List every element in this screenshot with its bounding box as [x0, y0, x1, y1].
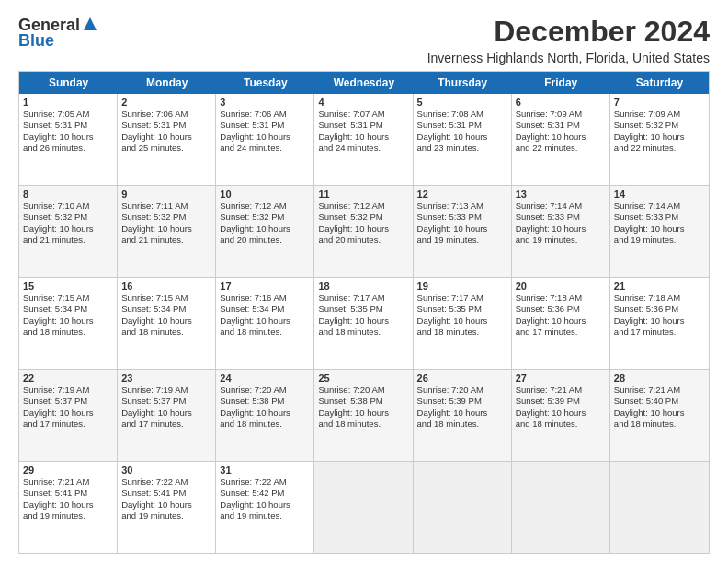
logo-triangle-icon — [83, 17, 97, 35]
day-num-30: 30 — [121, 465, 211, 476]
day-info-26: Sunrise: 7:20 AM Sunset: 5:39 PM Dayligh… — [417, 385, 507, 430]
day-info-12: Sunrise: 7:13 AM Sunset: 5:33 PM Dayligh… — [417, 201, 507, 246]
cal-cell-3-0: 22Sunrise: 7:19 AM Sunset: 5:37 PM Dayli… — [19, 370, 118, 461]
day-num-20: 20 — [516, 281, 606, 292]
day-num-19: 19 — [417, 281, 507, 292]
day-num-27: 27 — [516, 373, 606, 384]
day-info-2: Sunrise: 7:06 AM Sunset: 5:31 PM Dayligh… — [121, 109, 211, 154]
day-info-6: Sunrise: 7:09 AM Sunset: 5:31 PM Dayligh… — [516, 109, 606, 154]
day-info-20: Sunrise: 7:18 AM Sunset: 5:36 PM Dayligh… — [516, 293, 606, 338]
cal-cell-0-1: 2Sunrise: 7:06 AM Sunset: 5:31 PM Daylig… — [118, 94, 216, 185]
day-num-4: 4 — [318, 97, 408, 108]
header-monday: Monday — [118, 72, 216, 94]
day-num-12: 12 — [417, 189, 507, 200]
day-num-28: 28 — [614, 373, 705, 384]
day-info-13: Sunrise: 7:14 AM Sunset: 5:33 PM Dayligh… — [516, 201, 606, 246]
day-info-11: Sunrise: 7:12 AM Sunset: 5:32 PM Dayligh… — [318, 201, 408, 246]
cal-cell-1-0: 8Sunrise: 7:10 AM Sunset: 5:32 PM Daylig… — [19, 186, 118, 277]
header-saturday: Saturday — [610, 72, 709, 94]
cal-cell-2-4: 19Sunrise: 7:17 AM Sunset: 5:35 PM Dayli… — [414, 278, 512, 369]
cal-cell-2-6: 21Sunrise: 7:18 AM Sunset: 5:36 PM Dayli… — [610, 278, 709, 369]
day-num-25: 25 — [318, 373, 408, 384]
title-section: December 2024 Inverness Highlands North,… — [427, 15, 710, 65]
cal-cell-0-5: 6Sunrise: 7:09 AM Sunset: 5:31 PM Daylig… — [512, 94, 610, 185]
calendar-body: 1Sunrise: 7:05 AM Sunset: 5:31 PM Daylig… — [19, 94, 709, 553]
cal-cell-3-5: 27Sunrise: 7:21 AM Sunset: 5:39 PM Dayli… — [512, 370, 610, 461]
cal-cell-3-4: 26Sunrise: 7:20 AM Sunset: 5:39 PM Dayli… — [414, 370, 512, 461]
cal-cell-3-3: 25Sunrise: 7:20 AM Sunset: 5:38 PM Dayli… — [314, 370, 413, 461]
day-info-31: Sunrise: 7:22 AM Sunset: 5:42 PM Dayligh… — [220, 477, 310, 522]
day-num-3: 3 — [220, 97, 310, 108]
cal-cell-0-3: 4Sunrise: 7:07 AM Sunset: 5:31 PM Daylig… — [314, 94, 413, 185]
cal-cell-4-4 — [414, 462, 512, 553]
cal-cell-0-0: 1Sunrise: 7:05 AM Sunset: 5:31 PM Daylig… — [19, 94, 118, 185]
cal-row-3: 22Sunrise: 7:19 AM Sunset: 5:37 PM Dayli… — [19, 370, 709, 462]
day-num-21: 21 — [614, 281, 705, 292]
header-wednesday: Wednesday — [314, 72, 413, 94]
cal-cell-2-3: 18Sunrise: 7:17 AM Sunset: 5:35 PM Dayli… — [314, 278, 413, 369]
svg-marker-0 — [84, 17, 97, 30]
day-num-1: 1 — [23, 97, 113, 108]
day-num-24: 24 — [220, 373, 310, 384]
day-info-21: Sunrise: 7:18 AM Sunset: 5:36 PM Dayligh… — [614, 293, 705, 338]
cal-cell-1-5: 13Sunrise: 7:14 AM Sunset: 5:33 PM Dayli… — [512, 186, 610, 277]
cal-row-4: 29Sunrise: 7:21 AM Sunset: 5:41 PM Dayli… — [19, 462, 709, 553]
page: General Blue December 2024 Inverness Hig… — [0, 0, 728, 563]
day-num-16: 16 — [121, 281, 211, 292]
header: General Blue December 2024 Inverness Hig… — [18, 15, 710, 65]
cal-cell-3-2: 24Sunrise: 7:20 AM Sunset: 5:38 PM Dayli… — [216, 370, 314, 461]
day-info-7: Sunrise: 7:09 AM Sunset: 5:32 PM Dayligh… — [614, 109, 705, 154]
day-info-1: Sunrise: 7:05 AM Sunset: 5:31 PM Dayligh… — [23, 109, 113, 154]
cal-row-0: 1Sunrise: 7:05 AM Sunset: 5:31 PM Daylig… — [19, 94, 709, 186]
cal-cell-2-1: 16Sunrise: 7:15 AM Sunset: 5:34 PM Dayli… — [118, 278, 216, 369]
cal-cell-4-1: 30Sunrise: 7:22 AM Sunset: 5:41 PM Dayli… — [118, 462, 216, 553]
day-info-4: Sunrise: 7:07 AM Sunset: 5:31 PM Dayligh… — [318, 109, 408, 154]
day-num-5: 5 — [417, 97, 507, 108]
cal-cell-1-6: 14Sunrise: 7:14 AM Sunset: 5:33 PM Dayli… — [610, 186, 709, 277]
calendar-header: Sunday Monday Tuesday Wednesday Thursday… — [19, 72, 709, 94]
cal-cell-2-2: 17Sunrise: 7:16 AM Sunset: 5:34 PM Dayli… — [216, 278, 314, 369]
day-num-23: 23 — [121, 373, 211, 384]
day-num-7: 7 — [614, 97, 705, 108]
cal-cell-0-4: 5Sunrise: 7:08 AM Sunset: 5:31 PM Daylig… — [414, 94, 512, 185]
day-num-9: 9 — [121, 189, 211, 200]
header-friday: Friday — [512, 72, 610, 94]
cal-cell-4-0: 29Sunrise: 7:21 AM Sunset: 5:41 PM Dayli… — [19, 462, 118, 553]
day-info-25: Sunrise: 7:20 AM Sunset: 5:38 PM Dayligh… — [318, 385, 408, 430]
month-title: December 2024 — [427, 15, 710, 49]
day-num-10: 10 — [220, 189, 310, 200]
cal-cell-3-6: 28Sunrise: 7:21 AM Sunset: 5:40 PM Dayli… — [610, 370, 709, 461]
day-info-15: Sunrise: 7:15 AM Sunset: 5:34 PM Dayligh… — [23, 293, 113, 338]
day-info-9: Sunrise: 7:11 AM Sunset: 5:32 PM Dayligh… — [121, 201, 211, 246]
day-num-8: 8 — [23, 189, 113, 200]
day-num-22: 22 — [23, 373, 113, 384]
day-info-18: Sunrise: 7:17 AM Sunset: 5:35 PM Dayligh… — [318, 293, 408, 338]
cal-cell-2-0: 15Sunrise: 7:15 AM Sunset: 5:34 PM Dayli… — [19, 278, 118, 369]
day-info-10: Sunrise: 7:12 AM Sunset: 5:32 PM Dayligh… — [220, 201, 310, 246]
day-num-15: 15 — [23, 281, 113, 292]
day-info-24: Sunrise: 7:20 AM Sunset: 5:38 PM Dayligh… — [220, 385, 310, 430]
day-info-30: Sunrise: 7:22 AM Sunset: 5:41 PM Dayligh… — [121, 477, 211, 522]
cal-cell-1-1: 9Sunrise: 7:11 AM Sunset: 5:32 PM Daylig… — [118, 186, 216, 277]
day-info-22: Sunrise: 7:19 AM Sunset: 5:37 PM Dayligh… — [23, 385, 113, 430]
day-num-31: 31 — [220, 465, 310, 476]
cal-row-1: 8Sunrise: 7:10 AM Sunset: 5:32 PM Daylig… — [19, 186, 709, 278]
day-info-19: Sunrise: 7:17 AM Sunset: 5:35 PM Dayligh… — [417, 293, 507, 338]
cal-cell-2-5: 20Sunrise: 7:18 AM Sunset: 5:36 PM Dayli… — [512, 278, 610, 369]
day-info-27: Sunrise: 7:21 AM Sunset: 5:39 PM Dayligh… — [516, 385, 606, 430]
day-info-5: Sunrise: 7:08 AM Sunset: 5:31 PM Dayligh… — [417, 109, 507, 154]
cal-cell-4-6 — [610, 462, 709, 553]
header-tuesday: Tuesday — [216, 72, 314, 94]
logo-blue: Blue — [18, 31, 54, 51]
day-num-13: 13 — [516, 189, 606, 200]
day-info-16: Sunrise: 7:15 AM Sunset: 5:34 PM Dayligh… — [121, 293, 211, 338]
cal-cell-4-2: 31Sunrise: 7:22 AM Sunset: 5:42 PM Dayli… — [216, 462, 314, 553]
cal-cell-3-1: 23Sunrise: 7:19 AM Sunset: 5:37 PM Dayli… — [118, 370, 216, 461]
day-info-3: Sunrise: 7:06 AM Sunset: 5:31 PM Dayligh… — [220, 109, 310, 154]
day-num-18: 18 — [318, 281, 408, 292]
header-thursday: Thursday — [414, 72, 512, 94]
cal-row-2: 15Sunrise: 7:15 AM Sunset: 5:34 PM Dayli… — [19, 278, 709, 370]
day-num-14: 14 — [614, 189, 705, 200]
cal-cell-1-2: 10Sunrise: 7:12 AM Sunset: 5:32 PM Dayli… — [216, 186, 314, 277]
cal-cell-1-3: 11Sunrise: 7:12 AM Sunset: 5:32 PM Dayli… — [314, 186, 413, 277]
